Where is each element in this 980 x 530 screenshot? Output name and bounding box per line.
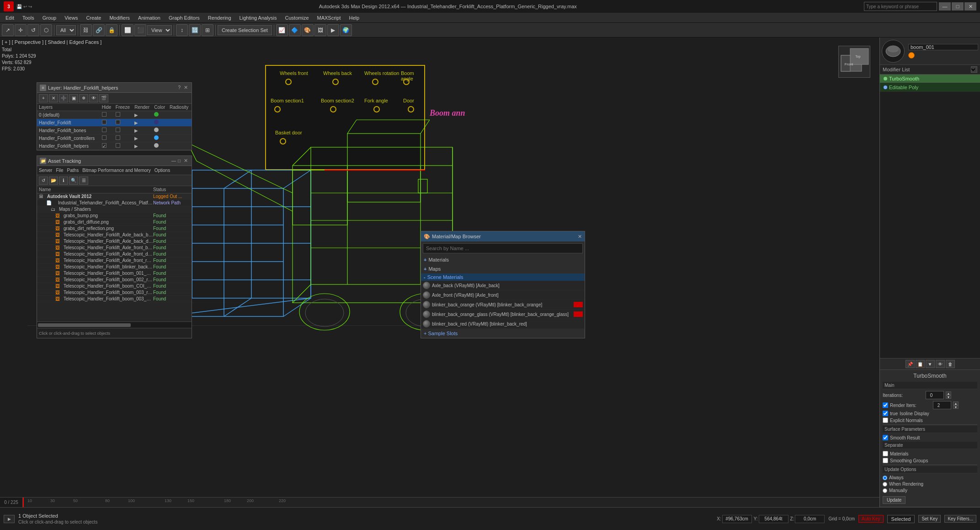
asset-scrollbar[interactable] [37,321,192,328]
mod-pin-btn[interactable]: 📌 [905,360,915,368]
layers-close-btn[interactable]: ✕ [182,85,189,91]
menu-lighting[interactable]: Lighting Analysis [236,14,281,21]
scale-btn[interactable]: ⬡ [40,24,52,36]
mod-show-btn[interactable]: 👁 [936,360,945,368]
hide-check-2[interactable] [102,128,107,132]
view-dropdown[interactable]: View [147,25,172,35]
asset-menu-options[interactable]: Options [154,168,170,173]
obj-color-swatch[interactable] [908,52,915,59]
menu-maxscript[interactable]: MAXScript [314,14,345,21]
move-btn[interactable]: ✛ [15,24,27,36]
set-key-btn[interactable]: Set Key [918,515,941,523]
ts-iterations-input[interactable] [926,391,944,399]
table-row[interactable]: Handler_Forklift_bones ▶ [37,127,192,134]
asset-close-btn[interactable]: ✕ [182,158,189,164]
obj-props-btn[interactable]: ⬜ [122,24,133,36]
modifier-list-dropdown[interactable] [971,66,977,73]
asset-menu-bitmap[interactable]: Bitmap Performance and Memory [82,168,151,173]
sample-slots-section[interactable]: + Sample Slots [421,329,585,338]
list-item[interactable]: 🖼 Telescopic_Handler_Forklift_Axle_front… [37,245,192,251]
layer-freeze-btn[interactable]: ❄ [79,94,88,102]
table-row[interactable]: 0 (default) ▶ [37,111,192,119]
list-item[interactable]: blinker_back_orange_glass (VRayMtl) [bli… [421,310,585,319]
freeze-check-1[interactable] [116,120,120,124]
maximize-button[interactable]: □ [952,2,964,11]
modifier-turbosmooth[interactable]: TurboSmooth [880,75,980,83]
hide-check-3[interactable] [102,135,107,140]
asset-list[interactable]: 🏛 Autodesk Vault 2012 Logged Out ... 📄 I… [37,193,192,321]
freeze-check-4[interactable] [116,143,120,148]
mat-search-input[interactable] [423,243,583,253]
asset-path-btn[interactable]: 📂 [49,177,58,185]
close-button[interactable]: ✕ [964,2,976,11]
menu-help[interactable]: Help [346,14,363,21]
ts-smooth-result-check[interactable] [883,435,888,440]
list-item[interactable]: 🖼 Telescopic_Handler_Forklift_boom_003_r… [37,289,192,296]
menu-create[interactable]: Create [82,14,105,21]
menu-edit[interactable]: Edit [2,14,18,21]
hide-check-1[interactable] [102,120,107,124]
table-row[interactable]: Handler_Forklift_controllers ▶ [37,134,192,142]
curve-editor-btn[interactable]: 📈 [276,24,288,36]
selection-filter[interactable]: All [56,25,76,35]
unlink-btn[interactable]: 🔗 [93,24,105,36]
minimize-button[interactable]: — [939,2,951,11]
ts-riter-up[interactable]: ▲ [953,402,959,405]
layer-render-btn[interactable]: 🎬 [99,94,108,102]
menu-rendering[interactable]: Rendering [204,14,235,21]
list-item[interactable]: Axle_front (VRayMtl) [Axle_front] [421,290,585,300]
list-item[interactable]: 🖼 Telescopic_Handler_Forklift_boom_003_d… [37,296,192,302]
create-selection-btn[interactable]: Create Selection Set [218,25,272,35]
layers-help-btn[interactable]: ? [178,85,181,90]
y-input[interactable] [759,515,788,523]
layer-add-btn[interactable]: ➕ [59,94,68,102]
list-item[interactable]: 🖼 grabs_bump.png Found [37,213,192,219]
ts-iter-down[interactable]: ▼ [946,395,951,399]
link-btn[interactable]: ⛓ [80,24,92,36]
modifier-editable-poly[interactable]: Editable Poly [880,83,980,92]
asset-menu-file[interactable]: File [56,168,63,173]
ts-explicit-normals-check[interactable] [883,418,888,423]
menu-graph-editors[interactable]: Graph Editors [165,14,203,21]
list-item[interactable]: 🗂 Maps / Shaders [37,206,192,213]
max-to-phys-btn[interactable]: ▶ [4,515,15,523]
layer-hide-btn[interactable]: 👁 [89,94,98,102]
list-item[interactable]: 🖼 Telescopic_Handler_Forklift_boom_002_r… [37,277,192,283]
asset-menu-paths[interactable]: Paths [67,168,79,173]
mod-stack-btn[interactable]: 📋 [916,360,925,368]
asset-search-btn[interactable]: 🔍 [69,177,78,185]
mirror-btn[interactable]: ⬛ [134,24,146,36]
ts-iter-up[interactable]: ▲ [946,391,951,395]
ts-isoline-check[interactable] [883,411,888,416]
menu-tools[interactable]: Tools [19,14,38,21]
key-filters-btn[interactable]: Key Filters... [944,515,976,523]
select-btn[interactable]: ↗ [2,24,14,36]
layer-select-btn[interactable]: ▣ [69,94,78,102]
asset-refresh-btn[interactable]: ↺ [39,177,48,185]
list-item[interactable]: 🖼 Telescopic_Handler_Forklift_blinker_ba… [37,264,192,270]
ts-when-rendering-radio[interactable] [883,482,887,487]
list-item[interactable]: 🖼 Telescopic_Handler_Forklift_Axle_front… [37,251,192,257]
layer-delete-btn[interactable]: ✕ [49,94,58,102]
schematic-btn[interactable]: 🔷 [289,24,301,36]
render-setup-btn[interactable]: 🖼 [314,24,326,36]
z-input[interactable] [795,515,825,523]
freeze-check-3[interactable] [116,135,120,140]
ts-update-btn[interactable]: Update [883,496,905,504]
list-item[interactable]: Axle_back (VRayMtl) [Axle_back] [421,281,585,290]
autokey-button[interactable]: Auto Key [858,515,884,523]
asset-info-btn[interactable]: ℹ [59,177,68,185]
table-row[interactable]: Handler_Forklift_helpers ✓ ▶ [37,142,192,150]
list-item[interactable]: 🖼 Telescopic_Handler_Forklift_Axle_back_… [37,232,192,238]
list-item[interactable]: 🏛 Autodesk Vault 2012 Logged Out ... [37,193,192,200]
mat-maps-section[interactable]: + Maps [421,264,585,273]
list-item[interactable]: 🖼 grabs_dirt_diffuse.png Found [37,219,192,225]
timeline[interactable]: 0 / 225 10 30 50 80 100 130 150 180 200 … [0,497,879,507]
align-btn[interactable]: ↕ [176,24,188,36]
freeze-check-2[interactable] [116,128,120,132]
snap-btn[interactable]: 🔢 [189,24,201,36]
list-item[interactable]: 🖼 Telescopic_Handler_Forklift_boom_COI_d… [37,283,192,289]
asset-view-btn[interactable]: ☰ [79,177,88,185]
timeline-track[interactable]: 10 30 50 80 100 130 150 180 200 220 [23,498,879,507]
ts-riter-down[interactable]: ▼ [953,405,959,409]
